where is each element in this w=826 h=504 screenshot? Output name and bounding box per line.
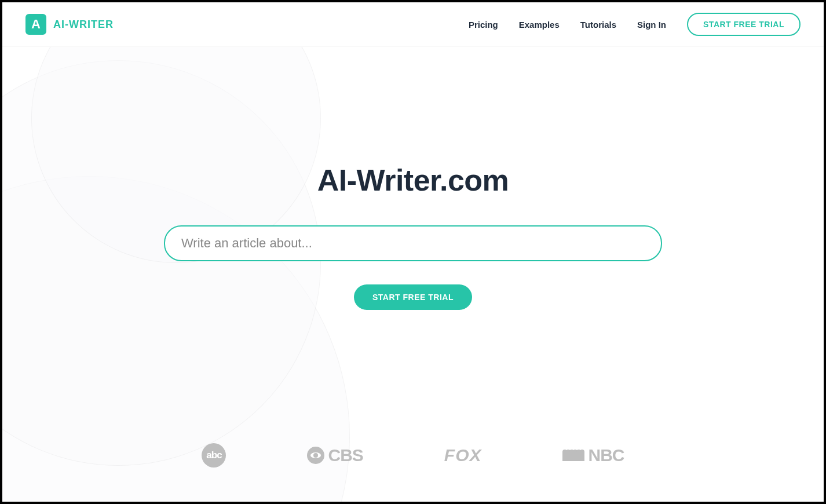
brand-name: AI-WRITER <box>53 19 114 31</box>
header-free-trial-button[interactable]: START FREE TRIAL <box>687 13 801 36</box>
nav-link-tutorials[interactable]: Tutorials <box>580 20 616 30</box>
cbs-eye-icon <box>307 447 324 464</box>
press-logo-fox: FOX <box>444 445 482 465</box>
press-logos-row: abc CBS FOX NBC <box>2 443 824 468</box>
primary-nav: Pricing Examples Tutorials Sign In START… <box>469 13 801 36</box>
nbc-peacock-icon <box>563 450 584 461</box>
nav-link-examples[interactable]: Examples <box>519 20 560 30</box>
hero-free-trial-button[interactable]: START FREE TRIAL <box>354 284 472 310</box>
cbs-text: CBS <box>328 445 363 465</box>
logo-letter: A <box>31 17 41 32</box>
nav-link-pricing[interactable]: Pricing <box>469 20 498 30</box>
article-topic-input[interactable] <box>164 225 662 261</box>
hero-section: AI-Writer.com START FREE TRIAL <box>2 47 824 310</box>
nbc-text: NBC <box>589 445 624 465</box>
press-logo-nbc: NBC <box>563 445 624 465</box>
logo-mark-icon: A <box>25 14 46 35</box>
press-logo-abc: abc <box>202 443 226 468</box>
hero-input-container <box>164 225 662 261</box>
press-logo-cbs: CBS <box>307 445 363 465</box>
hero-title: AI-Writer.com <box>2 163 824 198</box>
abc-logo-icon: abc <box>202 443 226 468</box>
brand-logo[interactable]: A AI-WRITER <box>25 14 114 35</box>
fox-text: FOX <box>444 445 482 465</box>
nav-link-signin[interactable]: Sign In <box>637 20 666 30</box>
site-header: A AI-WRITER Pricing Examples Tutorials S… <box>2 2 824 47</box>
